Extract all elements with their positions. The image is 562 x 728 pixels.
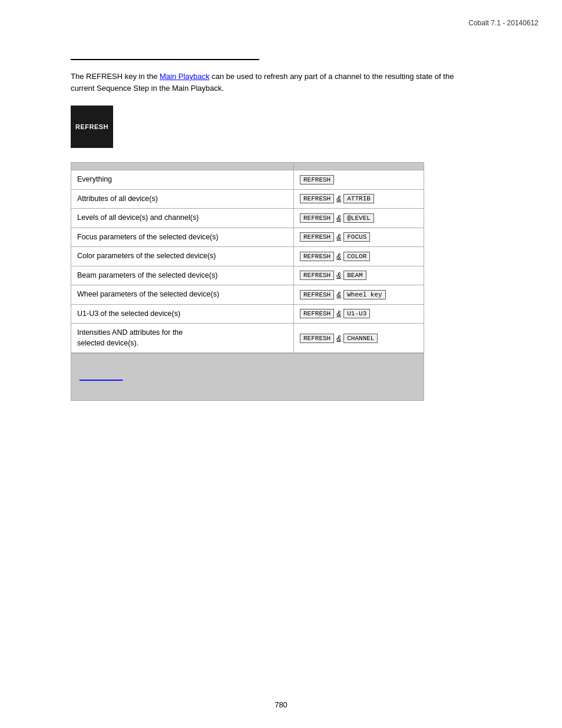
main-content: The REFRESH key in the Main Playback can… (71, 59, 515, 413)
intro-before-link: The REFRESH key in the (71, 72, 160, 81)
row-keys: REFRESH & COLOR (294, 247, 424, 266)
key-atlevel: @LEVEL (343, 213, 374, 223)
key-amp: & (336, 309, 341, 318)
key-refresh: REFRESH (300, 175, 334, 185)
key-refresh: REFRESH (300, 232, 334, 242)
key-amp: & (336, 195, 341, 203)
table-row: Attributes of all device(s) REFRESH & AT… (71, 190, 424, 209)
row-keys: REFRESH & Wheel key (294, 285, 424, 304)
key-amp: & (336, 233, 341, 241)
shortcut-table: Everything REFRESH Attributes of all dev… (71, 162, 424, 401)
key-color: COLOR (343, 252, 370, 261)
page-number: 780 (275, 700, 287, 709)
version-text: Cobalt 7.1 - 20140612 (468, 19, 538, 27)
key-wheelkey: Wheel key (343, 290, 385, 299)
key-beam: BEAM (343, 271, 366, 280)
table-row: Color parameters of the selected device(… (71, 247, 424, 266)
refresh-button-label: REFRESH (75, 123, 108, 130)
row-keys: REFRESH & BEAM (294, 266, 424, 285)
key-attrib: ATTRIB (343, 194, 374, 203)
row-description: Intensities AND attributes for theselect… (71, 324, 294, 353)
key-refresh: REFRESH (300, 213, 334, 223)
row-description: Attributes of all device(s) (71, 190, 294, 209)
table-row: Wheel parameters of the selected device(… (71, 285, 424, 305)
key-refresh: REFRESH (300, 194, 334, 203)
table-row: Intensities AND attributes for theselect… (71, 324, 424, 353)
row-description: Levels of all device(s) and channel(s) (71, 209, 294, 228)
row-keys: REFRESH & @LEVEL (294, 209, 424, 228)
key-focus: FOCUS (343, 232, 370, 242)
table-row: Focus parameters of the selected device(… (71, 228, 424, 248)
row-keys: REFRESH & U1-U3 (294, 305, 424, 324)
key-refresh: REFRESH (300, 290, 334, 299)
col-header-keys (294, 163, 424, 170)
key-refresh: REFRESH (300, 271, 334, 280)
key-amp: & (336, 271, 341, 279)
section-rule (71, 59, 259, 60)
row-description: Color parameters of the selected device(… (71, 247, 294, 266)
col-header-description (71, 163, 294, 170)
table-row: Levels of all device(s) and channel(s) R… (71, 209, 424, 228)
key-amp: & (336, 334, 341, 342)
page-header: Cobalt 7.1 - 20140612 (468, 19, 538, 27)
note-area: ___________ (71, 353, 424, 400)
row-description: Wheel parameters of the selected device(… (71, 285, 294, 304)
note-link[interactable]: ___________ (80, 373, 123, 381)
row-description: Focus parameters of the selected device(… (71, 228, 294, 247)
main-playback-link[interactable]: Main Playback (160, 72, 210, 81)
key-channel: CHANNEL (343, 334, 378, 343)
row-keys: REFRESH (294, 170, 424, 189)
row-description: Everything (71, 170, 294, 189)
row-description: Beam parameters of the selected device(s… (71, 266, 294, 285)
row-description: U1-U3 of the selected device(s) (71, 305, 294, 324)
table-row: Beam parameters of the selected device(s… (71, 266, 424, 286)
key-refresh: REFRESH (300, 252, 334, 261)
intro-paragraph: The REFRESH key in the Main Playback can… (71, 71, 471, 94)
key-amp: & (336, 214, 341, 222)
key-refresh: REFRESH (300, 334, 334, 343)
table-header (71, 163, 424, 170)
key-amp: & (336, 291, 341, 299)
key-u1u3: U1-U3 (343, 309, 370, 318)
key-refresh: REFRESH (300, 309, 334, 318)
row-keys: REFRESH & FOCUS (294, 228, 424, 247)
refresh-button-image: REFRESH (71, 106, 113, 148)
row-keys: REFRESH & ATTRIB (294, 190, 424, 209)
row-keys: REFRESH & CHANNEL (294, 324, 424, 353)
table-row: U1-U3 of the selected device(s) REFRESH … (71, 305, 424, 324)
key-amp: & (336, 252, 341, 261)
table-row: Everything REFRESH (71, 170, 424, 190)
